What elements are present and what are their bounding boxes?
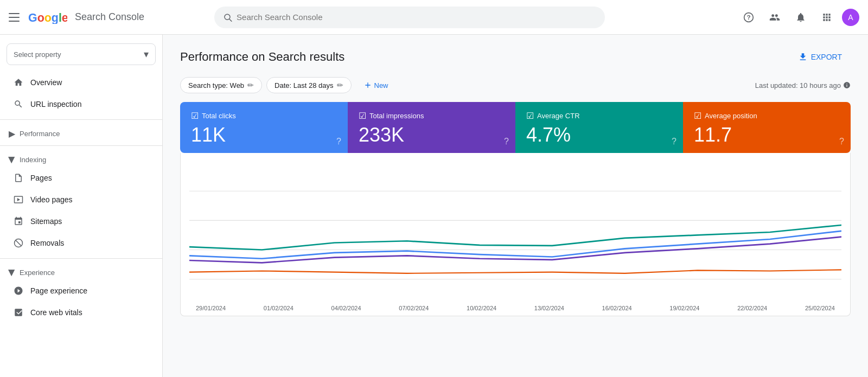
check-icon-ctr: ☑ xyxy=(526,111,534,121)
help-icon: ? xyxy=(743,12,754,23)
nav-divider-2 xyxy=(0,145,162,146)
x-label-4: 10/02/2024 xyxy=(467,305,496,311)
sidebar-item-sitemaps-label: Sitemaps xyxy=(30,217,62,226)
ctr-value: 4.7% xyxy=(526,123,672,146)
x-label-3: 07/02/2024 xyxy=(399,305,429,311)
export-icon xyxy=(798,52,808,62)
apps-button[interactable] xyxy=(816,7,838,28)
indexing-arrow-icon: ▶ xyxy=(7,157,17,163)
chevron-down-icon: ▾ xyxy=(144,48,149,60)
sidebar-item-core-web-vitals-label: Core web vitals xyxy=(30,308,82,317)
impressions-label: Total impressions xyxy=(369,112,424,120)
topbar-icons: ? A xyxy=(738,7,859,28)
svg-line-6 xyxy=(16,240,22,246)
sidebar-item-removals[interactable]: Removals xyxy=(0,232,156,254)
check-icon-impressions: ☑ xyxy=(359,111,366,121)
sidebar-item-overview-label: Overview xyxy=(30,78,62,87)
core-web-vitals-icon xyxy=(13,307,24,318)
app-title: Search Console xyxy=(75,11,144,23)
sidebar-item-url-inspection-label: URL inspection xyxy=(30,100,81,108)
sidebar-section-indexing-label: Indexing xyxy=(20,156,46,164)
menu-icon[interactable] xyxy=(9,11,22,24)
edit-icon: ✏ xyxy=(247,81,254,90)
impressions-value: 233K xyxy=(359,123,505,146)
apps-icon xyxy=(821,12,832,23)
sidebar-item-video-pages[interactable]: Video pages xyxy=(0,189,156,210)
help-impressions-icon: ? xyxy=(504,137,509,146)
edit-date-icon: ✏ xyxy=(337,81,343,90)
notifications-button[interactable] xyxy=(790,7,812,28)
x-label-1: 01/02/2024 xyxy=(264,305,293,311)
position-value: 11.7 xyxy=(694,123,840,146)
svg-text:Google: Google xyxy=(28,11,67,23)
page-experience-icon xyxy=(13,285,24,296)
metric-average-position[interactable]: ☑ Average position 11.7 ? xyxy=(683,102,851,153)
removals-icon xyxy=(13,238,24,248)
export-button[interactable]: EXPORT xyxy=(789,48,851,66)
clicks-value: 11K xyxy=(191,123,337,146)
accounts-button[interactable] xyxy=(764,7,786,28)
help-position-icon: ? xyxy=(839,137,844,146)
last-updated: Last updated: 10 hours ago xyxy=(755,81,851,90)
google-logo: Google xyxy=(28,11,67,24)
sidebar-item-core-web-vitals[interactable]: Core web vitals xyxy=(0,302,156,323)
add-icon xyxy=(363,81,372,90)
search-type-label: Search type: Web xyxy=(188,81,244,90)
metric-total-impressions[interactable]: ☑ Total impressions 233K ? xyxy=(348,102,515,153)
search-nav-icon xyxy=(13,99,24,110)
svg-line-2 xyxy=(229,19,232,21)
property-selector[interactable]: Select property ▾ xyxy=(7,43,156,65)
home-icon xyxy=(13,77,24,88)
check-icon-clicks: ☑ xyxy=(191,111,199,121)
sidebar-item-page-experience-label: Page experience xyxy=(30,286,87,295)
property-label: Select property xyxy=(14,50,61,59)
clicks-label: Total clicks xyxy=(202,112,236,120)
search-input[interactable] xyxy=(237,12,596,22)
svg-text:?: ? xyxy=(746,14,750,21)
avatar[interactable]: A xyxy=(842,9,859,26)
performance-chart xyxy=(189,162,841,303)
sidebar-item-url-inspection[interactable]: URL inspection xyxy=(0,93,156,115)
sidebar-section-indexing[interactable]: ▶ Indexing xyxy=(0,150,162,167)
export-label: EXPORT xyxy=(811,53,842,61)
metric-average-ctr[interactable]: ☑ Average CTR 4.7% ? xyxy=(515,102,683,153)
x-label-7: 19/02/2024 xyxy=(669,305,699,311)
video-icon xyxy=(13,194,24,205)
x-label-9: 25/02/2024 xyxy=(805,305,835,311)
x-label-2: 04/02/2024 xyxy=(331,305,361,311)
sidebar-section-experience[interactable]: ▶ Experience xyxy=(0,263,162,280)
sidebar-item-removals-label: Removals xyxy=(30,239,64,247)
x-label-5: 13/02/2024 xyxy=(534,305,564,311)
notifications-icon xyxy=(795,12,806,23)
sidebar-section-performance-label: Performance xyxy=(20,130,60,138)
chart-container: 29/01/2024 01/02/2024 04/02/2024 07/02/2… xyxy=(180,153,851,316)
sidebar-item-pages-label: Pages xyxy=(30,174,52,182)
check-icon-position: ☑ xyxy=(694,111,701,121)
main-layout: Select property ▾ Overview URL inspectio… xyxy=(0,35,868,377)
sidebar: Select property ▾ Overview URL inspectio… xyxy=(0,35,163,377)
search-icon xyxy=(223,12,232,22)
date-range-filter[interactable]: Date: Last 28 days ✏ xyxy=(266,77,351,93)
info-icon xyxy=(843,81,851,89)
sidebar-item-pages[interactable]: Pages xyxy=(0,167,156,189)
ctr-label: Average CTR xyxy=(537,112,580,120)
topbar: Google Search Console ? xyxy=(0,0,868,35)
x-axis-labels: 29/01/2024 01/02/2024 04/02/2024 07/02/2… xyxy=(189,303,841,311)
sidebar-item-page-experience[interactable]: Page experience xyxy=(0,280,156,302)
help-button[interactable]: ? xyxy=(738,7,760,28)
sidebar-item-video-pages-label: Video pages xyxy=(30,195,73,204)
sidebar-item-overview[interactable]: Overview xyxy=(0,72,156,93)
help-ctr-icon: ? xyxy=(672,137,676,146)
sidebar-item-sitemaps[interactable]: Sitemaps xyxy=(0,210,156,232)
search-bar[interactable] xyxy=(214,7,605,28)
add-filter-button[interactable]: New xyxy=(356,78,396,93)
x-label-0: 29/01/2024 xyxy=(196,305,226,311)
nav-divider-1 xyxy=(0,119,162,120)
performance-arrow-icon: ▶ xyxy=(9,129,15,139)
search-type-filter[interactable]: Search type: Web ✏ xyxy=(180,77,262,93)
experience-arrow-icon: ▶ xyxy=(7,270,17,276)
metric-total-clicks[interactable]: ☑ Total clicks 11K ? xyxy=(180,102,348,153)
metrics-row: ☑ Total clicks 11K ? ☑ Total impressions… xyxy=(180,102,851,153)
filter-bar: Search type: Web ✏ Date: Last 28 days ✏ … xyxy=(180,77,851,93)
sidebar-section-performance[interactable]: ▶ Performance xyxy=(0,124,162,141)
